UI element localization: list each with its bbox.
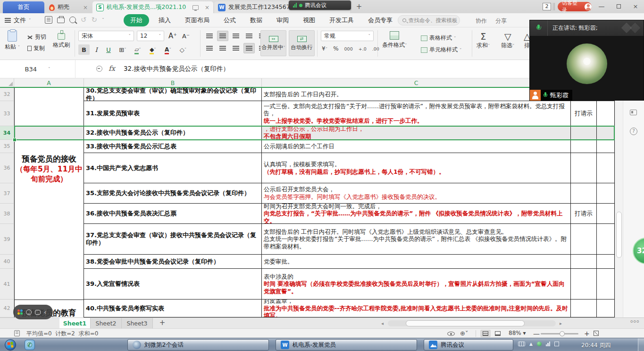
paste-button[interactable]: 粘贴 ˅: [5, 30, 20, 51]
vertical-scrollbar[interactable]: [615, 88, 623, 317]
filter-button[interactable]: ▽ 筛选˅: [501, 32, 515, 50]
thousands-button[interactable]: 000: [344, 46, 353, 51]
chat-icon[interactable]: [35, 310, 41, 315]
cell-e[interactable]: [597, 183, 615, 204]
font-color-button[interactable]: A˅: [162, 44, 174, 55]
cell-e[interactable]: [597, 101, 615, 126]
cell-e[interactable]: [597, 255, 615, 269]
row-header[interactable]: 34: [0, 126, 14, 140]
cell-b[interactable]: 40.中共预备党员考察写实表: [84, 300, 262, 317]
cell-a[interactable]: [14, 204, 84, 224]
chevron-down-icon[interactable]: ˅: [102, 17, 104, 22]
cell-b[interactable]: 39.入党宣誓情况表: [84, 269, 262, 300]
spreadsheet-grid[interactable]: 3230.党总支支委会审查（审议）确定预审对象的会议记录（复印件）支部报告后的 …: [0, 88, 615, 317]
restore-button[interactable]: [612, 2, 625, 11]
align-bottom-button[interactable]: [230, 31, 242, 41]
cell-b[interactable]: 35.支部党员大会讨论接收中共预备党员会议记录（复印件）: [84, 183, 262, 204]
cell-b[interactable]: 32.接收中共预备党员公示（复印件）: [84, 126, 262, 140]
formula-input[interactable]: 32.接收中共预备党员公示（复印件）: [124, 65, 229, 73]
font-size-select[interactable]: 12˅: [137, 31, 164, 41]
cell-a[interactable]: [14, 140, 84, 153]
meeting-video-area[interactable]: 甄彩霞: [530, 36, 644, 101]
sheet-tab[interactable]: Sheet3: [122, 318, 153, 328]
cell-d[interactable]: [571, 126, 597, 140]
scrollbar-thumb[interactable]: [406, 320, 525, 326]
tab-shell[interactable]: 稻壳 ×: [45, 1, 92, 13]
task-pane-icon[interactable]: [630, 110, 637, 115]
cell-c[interactable]: 一式三份。支部向党总支打报告“关于对……进行预审的请示”，附件发展党员预审表，附…: [262, 101, 571, 126]
login-button[interactable]: 访客登录: [558, 2, 592, 11]
cell-a[interactable]: [14, 126, 84, 140]
align-center-button[interactable]: [217, 43, 228, 53]
up-arrow-icon[interactable]: ▲: [529, 342, 533, 346]
zoom-slider[interactable]: [541, 333, 578, 334]
cell-c[interactable]: 学校党委预审通过后，进行支部公示，公示日期为工作日，不包含周六日假期。: [262, 126, 571, 140]
column-header[interactable]: B: [84, 78, 262, 87]
taskbar-clock[interactable]: 20:44 周四: [581, 342, 611, 350]
row-header[interactable]: 38: [0, 204, 14, 224]
cell-style-button[interactable]: 单元格样式˅: [421, 46, 462, 54]
column-header[interactable]: A: [14, 78, 84, 87]
row-header[interactable]: 33: [0, 101, 14, 126]
antivirus-icon[interactable]: [537, 342, 542, 346]
sum-button[interactable]: Σ 求和˅: [477, 32, 490, 50]
menu-item[interactable]: 开发工具: [325, 15, 359, 26]
cell-c[interactable]: 公示期满后的第二个工作日: [262, 140, 571, 153]
row-header[interactable]: 42: [0, 300, 14, 317]
cell-c[interactable]: 支部报告后的 工作日内召开。: [262, 88, 571, 101]
cell-a[interactable]: [14, 101, 84, 126]
normal-view-button[interactable]: [480, 330, 491, 337]
currency-button[interactable]: ¥˅: [322, 45, 327, 52]
menu-item[interactable]: 页面布局: [180, 15, 214, 26]
table-style-button[interactable]: 表格样式˅: [421, 34, 462, 42]
zoom-slider-thumb[interactable]: [560, 331, 565, 336]
merge-center-button[interactable]: ↔ 合并居中˅: [260, 30, 286, 56]
justify-button[interactable]: [243, 43, 255, 53]
align-top-button[interactable]: [204, 31, 215, 41]
close-icon[interactable]: ×: [83, 4, 88, 11]
cell-e[interactable]: [597, 140, 615, 153]
row-header[interactable]: 37: [0, 183, 14, 204]
file-menu-button[interactable]: 文件 ˅: [5, 16, 31, 25]
horizontal-scrollbar[interactable]: [388, 320, 556, 326]
cell-c[interactable]: 支部报告后的 工作日内召开。同时填写《入党志愿书》上级党组织谈话意见、总支审查意…: [262, 224, 571, 255]
menu-item[interactable]: 数据: [245, 15, 267, 26]
cell-d[interactable]: [571, 183, 597, 204]
scrollbar-thumb[interactable]: [616, 212, 622, 258]
draw-border-button[interactable]: ▱˅: [132, 44, 143, 55]
cell-a[interactable]: [14, 183, 84, 204]
cell-d[interactable]: [571, 153, 597, 183]
locate-icon[interactable]: ⊕˅: [460, 330, 468, 337]
cell-e[interactable]: [597, 269, 615, 300]
page-layout-view-button[interactable]: [493, 330, 503, 337]
copy-button[interactable]: 复制: [27, 44, 46, 52]
cell-e[interactable]: [597, 224, 615, 255]
taskbar-button[interactable]: 腾讯会议: [424, 339, 513, 351]
scroll-left-icon[interactable]: ◂: [381, 321, 384, 326]
menu-item[interactable]: 开始: [124, 14, 149, 26]
new-tab-button[interactable]: +: [355, 3, 363, 11]
zoom-out-icon[interactable]: [96, 66, 102, 72]
row-header[interactable]: 40: [0, 255, 14, 269]
cell-c[interactable]: 封皮盖章，批准为中共预备党员的党委--齐齐哈尔工程学院党委,批准时间看入党志愿书…: [262, 300, 571, 317]
screen-share-icon[interactable]: [192, 5, 199, 10]
row-header[interactable]: 41: [0, 269, 14, 300]
tab-spreadsheet-active[interactable]: S 机电系-发展党员...项2021.10 ×: [92, 1, 213, 13]
row-header[interactable]: 32: [0, 88, 14, 101]
start-button[interactable]: [5, 339, 16, 351]
help-icon[interactable]: ?: [630, 128, 637, 135]
sheet-tab[interactable]: Sheet1: [59, 318, 91, 328]
increase-font-button[interactable]: A⁺: [167, 31, 178, 41]
minimize-button[interactable]: —: [595, 2, 608, 11]
percent-button[interactable]: %: [333, 45, 338, 52]
zoom-out-button[interactable]: —: [533, 330, 540, 337]
menu-item[interactable]: 会员专享: [363, 15, 397, 26]
cell-c[interactable]: 公示后召开支部党员大会，与会党员签字画押。同时填写《入党志愿书》接收预备党员的决…: [262, 183, 571, 204]
close-icon[interactable]: ×: [205, 4, 209, 11]
window-count-badge[interactable]: 2: [543, 3, 551, 10]
row-header[interactable]: 39: [0, 224, 14, 255]
cell-b[interactable]: 37.党总支支委会审查（审议）接收中共预备党员会议记录（复印件）: [84, 224, 262, 255]
cell-c[interactable]: 表中涉及的时间 要准确填写（必须在学校党委批准接收为预备党员后及时举行），宣誓照…: [262, 269, 571, 300]
sheet-tab[interactable]: Sheet2: [91, 318, 122, 328]
cell-a[interactable]: [14, 255, 84, 269]
